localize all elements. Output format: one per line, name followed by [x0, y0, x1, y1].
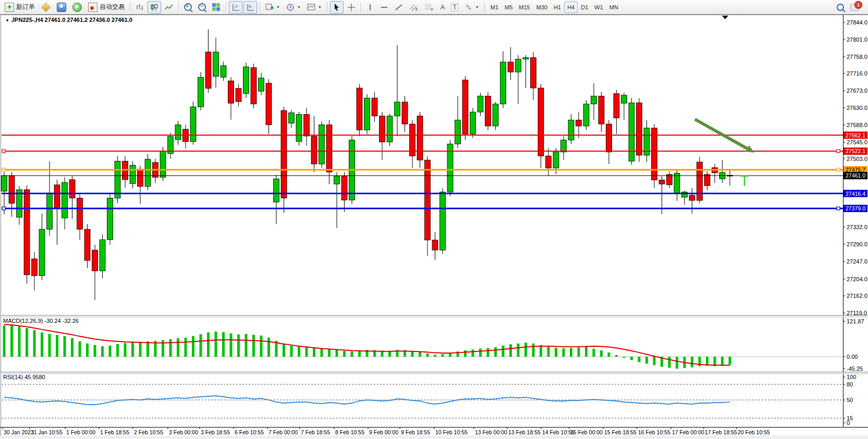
signals-button[interactable] — [70, 1, 84, 14]
line-handle[interactable] — [837, 149, 840, 153]
svg-text:7 Feb 18:55: 7 Feb 18:55 — [301, 429, 330, 435]
rsi-label: RSI(14) 45.9580 — [3, 374, 45, 380]
toolbar-grip — [129, 3, 131, 12]
arrange-up-icon — [231, 3, 240, 11]
indicators-button[interactable]: ▼ — [304, 1, 324, 14]
svg-text:17 Feb 18:55: 17 Feb 18:55 — [705, 429, 737, 435]
period-clock-icon — [286, 3, 295, 11]
svg-text:E: E — [415, 7, 418, 11]
label-button[interactable]: T — [448, 1, 460, 14]
arrows-button[interactable]: ▼ — [462, 1, 482, 14]
svg-text:27503.0: 27503.0 — [847, 156, 867, 162]
line-handle[interactable] — [2, 168, 5, 171]
new-order-label: 新订单 — [16, 3, 35, 11]
horizontal-line-icon — [380, 3, 388, 11]
line-handle[interactable] — [837, 168, 840, 171]
channel-button[interactable]: E — [407, 1, 421, 14]
indicators-icon — [307, 3, 315, 11]
arrange-up-button[interactable] — [229, 1, 242, 14]
line-handle[interactable] — [837, 207, 840, 210]
svg-text:17 Feb 00:00: 17 Feb 00:00 — [672, 429, 704, 435]
timeframe-d1[interactable]: D1 — [578, 2, 591, 13]
timeframe-w1[interactable]: W1 — [591, 2, 606, 13]
svg-text:16 Feb 10:55: 16 Feb 10:55 — [638, 429, 670, 435]
community-button[interactable] — [54, 1, 69, 14]
tile-windows-button[interactable] — [210, 1, 223, 14]
new-order-button[interactable]: 新订单 — [2, 1, 38, 14]
svg-text:8 Feb 10:55: 8 Feb 10:55 — [335, 429, 364, 435]
price-chart[interactable]: 27844.027801.027758.027716.027673.027630… — [0, 15, 868, 439]
chat-icon: 1 — [850, 4, 859, 11]
crosshair-button[interactable] — [345, 1, 358, 14]
svg-text:20 Feb 10:55: 20 Feb 10:55 — [738, 429, 770, 435]
svg-text:15 Feb 00:00: 15 Feb 00:00 — [570, 429, 603, 435]
horizontal-line-button[interactable] — [377, 1, 391, 14]
svg-text:0: 0 — [847, 420, 850, 426]
zoom-out-icon: − — [198, 3, 206, 11]
text-icon: A — [441, 3, 445, 11]
bar-chart-icon — [136, 3, 144, 11]
svg-text:9 Feb 18:55: 9 Feb 18:55 — [401, 429, 430, 435]
crosshair-icon — [347, 3, 356, 11]
timeframe-h4[interactable]: H4 — [564, 2, 578, 13]
candle-chart-button[interactable] — [148, 1, 161, 14]
search-button[interactable] — [834, 1, 847, 14]
timeframe-m5[interactable]: M5 — [502, 2, 516, 13]
timeframe-m15[interactable]: M15 — [516, 2, 533, 13]
svg-text:100: 100 — [847, 374, 856, 380]
svg-text:6 Feb 10:55: 6 Feb 10:55 — [235, 429, 264, 435]
gold-diamond-button[interactable] — [39, 1, 53, 14]
arrows-icon — [464, 3, 473, 11]
trendline-icon — [395, 3, 403, 11]
toolbar-separator — [260, 2, 260, 12]
cursor-icon — [333, 3, 341, 11]
svg-text:27379.0: 27379.0 — [846, 205, 865, 211]
svg-text:14 Feb 10:55: 14 Feb 10:55 — [542, 429, 574, 435]
zoom-in-button[interactable]: + — [181, 1, 194, 14]
zoom-out-button[interactable]: − — [195, 1, 209, 14]
community-icon — [57, 3, 66, 12]
timeframe-h1[interactable]: H1 — [551, 2, 564, 13]
svg-text:3 Feb 00:00: 3 Feb 00:00 — [169, 429, 198, 435]
fibonacci-button[interactable]: F — [422, 1, 437, 14]
svg-text:31 Jan 10:55: 31 Jan 10:55 — [31, 429, 63, 435]
toolbar-grip — [484, 3, 485, 12]
svg-text:0.00: 0.00 — [847, 354, 858, 360]
toolbar-separator — [178, 2, 179, 12]
svg-text:121.87: 121.87 — [847, 318, 864, 324]
autotrade-button[interactable]: 自动交易 — [85, 1, 127, 14]
cursor-button[interactable] — [330, 1, 344, 14]
svg-text:27522.1: 27522.1 — [846, 148, 865, 154]
toolbar-separator — [361, 2, 361, 12]
svg-text:F: F — [431, 8, 433, 11]
notification-badge: 1 — [854, 1, 862, 9]
new-chart-button[interactable]: ▼ — [263, 1, 283, 14]
signals-icon — [72, 3, 82, 12]
arrange-down-button[interactable] — [243, 1, 257, 14]
notifications-button[interactable]: 1 — [848, 1, 862, 14]
svg-text:27673.0: 27673.0 — [847, 87, 867, 94]
text-button[interactable]: A — [438, 1, 448, 14]
line-handle[interactable] — [2, 207, 5, 210]
vertical-line-button[interactable] — [364, 1, 376, 14]
svg-text:27461.0: 27461.0 — [846, 172, 865, 179]
svg-text:27801.0: 27801.0 — [847, 36, 867, 43]
svg-text:10 Feb 10:55: 10 Feb 10:55 — [435, 429, 468, 435]
svg-text:1 Feb 18:55: 1 Feb 18:55 — [100, 429, 129, 435]
line-chart-button[interactable] — [162, 1, 176, 14]
toolbar-grip — [326, 3, 328, 12]
bar-chart-button[interactable] — [133, 1, 146, 14]
trendline-button[interactable] — [392, 1, 406, 14]
timeframe-m30[interactable]: M30 — [533, 2, 551, 13]
timeframe-m1[interactable]: M1 — [487, 2, 502, 13]
period-clock-button[interactable]: ▼ — [284, 1, 303, 14]
trading-terminal-window: 新订单 自动交易 + − ▼ — [0, 0, 868, 439]
svg-text:27247.0: 27247.0 — [847, 258, 867, 265]
svg-text:2 Feb 10:55: 2 Feb 10:55 — [134, 429, 163, 435]
line-chart-icon — [165, 3, 173, 11]
channel-icon: E — [409, 3, 419, 11]
timeframe-mn[interactable]: MN — [606, 2, 621, 13]
line-handle[interactable] — [2, 149, 5, 153]
svg-text:27588.0: 27588.0 — [847, 122, 867, 128]
svg-text:50: 50 — [847, 397, 853, 403]
